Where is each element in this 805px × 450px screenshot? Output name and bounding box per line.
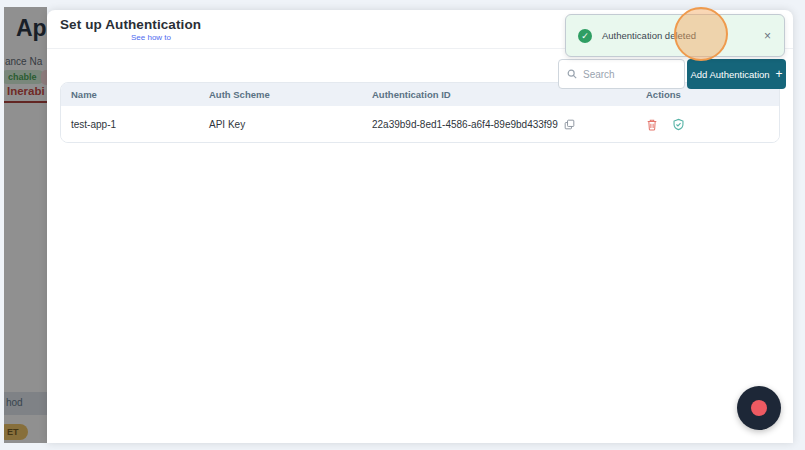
toast-message: Authentication deleted — [602, 30, 764, 41]
verify-button[interactable] — [672, 118, 685, 131]
shield-check-icon — [672, 118, 685, 131]
header-name: Name — [61, 89, 199, 100]
search-input[interactable]: Search — [558, 59, 685, 89]
cell-authentication-id: 22a39b9d-8ed1-4586-a6f4-89e9bd433f99 — [372, 119, 558, 130]
record-button[interactable] — [737, 386, 781, 430]
add-authentication-button[interactable]: Add Authentication + — [687, 59, 786, 89]
page-title: Set up Authentication — [60, 17, 201, 32]
trash-icon — [646, 118, 658, 131]
auth-setup-modal: Set up Authentication See how to ✓ Authe… — [47, 10, 793, 443]
copy-icon[interactable] — [564, 119, 575, 130]
add-authentication-label: Add Authentication — [690, 69, 769, 80]
table-row: test-app-1 API Key 22a39b9d-8ed1-4586-a6… — [61, 106, 779, 142]
close-icon[interactable]: × — [764, 29, 771, 43]
search-placeholder: Search — [583, 69, 615, 80]
see-how-to-link[interactable]: See how to — [131, 33, 171, 42]
cell-auth-scheme: API Key — [199, 119, 362, 130]
toast-notification: ✓ Authentication deleted × — [565, 14, 785, 57]
delete-button[interactable] — [646, 118, 658, 131]
authentication-table: Name Auth Scheme Authentication ID Actio… — [60, 82, 780, 143]
search-icon — [567, 69, 577, 79]
screenshot-frame: App ance Na chable Inerabi hod ET Set up… — [4, 7, 793, 443]
header-actions: Actions — [636, 89, 779, 100]
plus-icon: + — [776, 67, 783, 81]
success-check-icon: ✓ — [578, 29, 592, 43]
cell-actions — [636, 118, 779, 131]
header-auth-scheme: Auth Scheme — [199, 89, 362, 100]
header-authentication-id: Authentication ID — [362, 89, 636, 100]
modal-backdrop-overlay — [4, 7, 47, 443]
cell-name: test-app-1 — [61, 119, 199, 130]
background-page-strip: App ance Na chable Inerabi hod ET — [4, 7, 47, 443]
record-dot-icon — [751, 400, 767, 416]
